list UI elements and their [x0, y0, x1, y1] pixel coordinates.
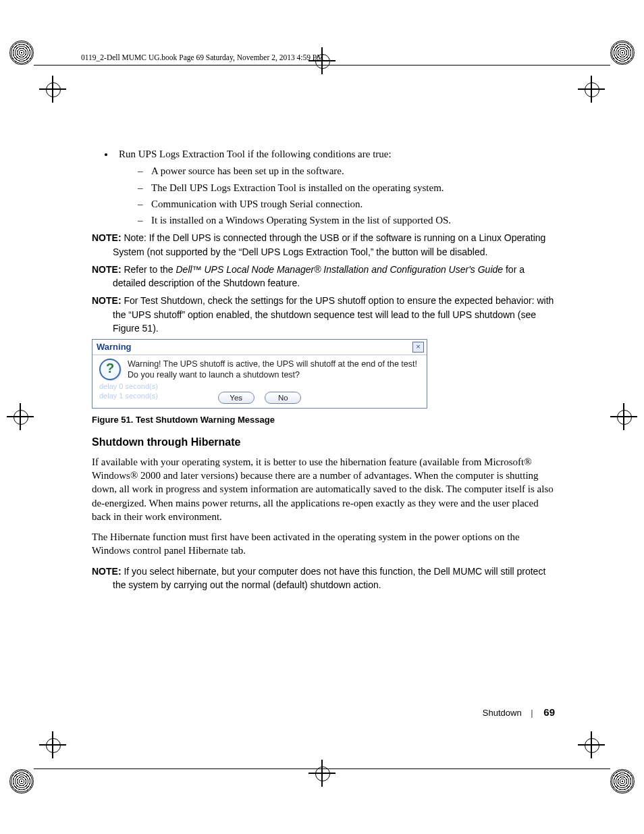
note-body: If you select hibernate, but your comput…: [113, 566, 545, 590]
note-label: NOTE:: [92, 566, 124, 577]
note-label: NOTE:: [92, 295, 124, 306]
crosshair-bot-right: [578, 731, 605, 758]
yes-button[interactable]: Yes: [218, 392, 254, 404]
footer-section: Shutdown: [483, 708, 522, 718]
close-icon[interactable]: ×: [412, 342, 424, 353]
note-body: Note: If the Dell UPS is connected throu…: [113, 232, 545, 257]
sub-bullet: A power source has been set up in the so…: [138, 164, 555, 178]
header-rule: [34, 65, 610, 66]
crosshair-bot-center: [308, 760, 336, 787]
warning-dialog: Warning × ? Warning! The UPS shutoff is …: [92, 339, 427, 409]
figure-caption: Figure 51. Test Shutdown Warning Message: [92, 414, 555, 426]
register-mark-bottom-left: [9, 769, 34, 793]
note-label: NOTE:: [92, 232, 124, 243]
question-icon: ?: [99, 359, 121, 380]
no-button[interactable]: No: [265, 392, 301, 404]
section-heading: Shutdown through Hibernate: [92, 435, 555, 450]
page-content: Run UPS Logs Extraction Tool if the foll…: [92, 147, 555, 596]
sub-bullet: The Dell UPS Logs Extraction Tool is ins…: [138, 181, 555, 194]
body-paragraph: The Hibernate function must first have b…: [92, 530, 555, 558]
crosshair-mid-left: [7, 403, 34, 430]
page-number: 69: [543, 706, 555, 718]
bullet-main-text: Run UPS Logs Extraction Tool if the foll…: [119, 149, 392, 159]
bullet-main: Run UPS Logs Extraction Tool if the foll…: [115, 147, 555, 227]
register-mark-top-right: [610, 41, 635, 65]
crosshair-top-right: [578, 76, 605, 103]
footer-sep: |: [531, 708, 533, 718]
note-label: NOTE:: [92, 264, 124, 275]
note-body: For Test Shutdown, check the settings fo…: [113, 295, 554, 334]
register-mark-bottom-right: [610, 769, 635, 793]
body-paragraph: If available with your operating system,…: [92, 455, 555, 523]
dialog-titlebar: Warning ×: [92, 340, 427, 355]
sub-bullet: Communication with UPS trough Serial con…: [138, 197, 555, 211]
dialog-message: Warning! The UPS shutoff is active, the …: [128, 359, 421, 382]
header-slug: 0119_2-Dell MUMC UG.book Page 69 Saturda…: [81, 53, 323, 61]
crosshair-bot-left: [39, 731, 66, 758]
register-mark-top-left: [9, 41, 34, 65]
page-footer: Shutdown | 69: [483, 706, 555, 718]
crosshair-mid-right: [610, 403, 637, 430]
footer-rule: [34, 768, 610, 769]
note-body: Refer to the Dell™ UPS Local Node Manage…: [113, 264, 525, 288]
sub-bullet: It is installed on a Windows Operating S…: [138, 213, 555, 227]
crosshair-top-left: [39, 76, 66, 103]
dialog-title: Warning: [97, 341, 132, 353]
